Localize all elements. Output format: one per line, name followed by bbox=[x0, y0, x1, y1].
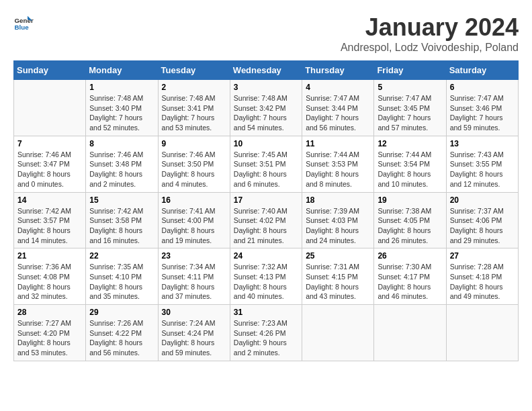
day-info: Sunrise: 7:32 AMSunset: 4:13 PMDaylight:… bbox=[234, 262, 298, 302]
calendar-week-0: 1 Sunrise: 7:48 AMSunset: 3:40 PMDayligh… bbox=[14, 80, 519, 136]
day-info: Sunrise: 7:44 AMSunset: 3:54 PMDaylight:… bbox=[378, 150, 442, 189]
day-number: 8 bbox=[89, 139, 154, 148]
day-number: 4 bbox=[306, 83, 370, 92]
day-number: 6 bbox=[450, 83, 515, 92]
header-friday: Friday bbox=[374, 61, 446, 80]
day-number: 21 bbox=[17, 251, 82, 261]
calendar-cell: 8 Sunrise: 7:46 AMSunset: 3:48 PMDayligh… bbox=[86, 136, 158, 192]
calendar-cell: 15 Sunrise: 7:42 AMSunset: 3:58 PMDaylig… bbox=[86, 192, 158, 248]
calendar-cell: 1 Sunrise: 7:48 AMSunset: 3:40 PMDayligh… bbox=[86, 80, 158, 136]
calendar-cell: 31 Sunrise: 7:23 AMSunset: 4:26 PMDaylig… bbox=[230, 305, 302, 361]
header-saturday: Saturday bbox=[446, 61, 518, 80]
day-info: Sunrise: 7:35 AMSunset: 4:10 PMDaylight:… bbox=[89, 262, 154, 302]
day-info: Sunrise: 7:46 AMSunset: 3:47 PMDaylight:… bbox=[17, 150, 82, 189]
day-number: 18 bbox=[306, 195, 370, 205]
calendar-table: SundayMondayTuesdayWednesdayThursdayFrid… bbox=[13, 60, 519, 361]
calendar-week-1: 7 Sunrise: 7:46 AMSunset: 3:47 PMDayligh… bbox=[14, 136, 519, 192]
calendar-cell bbox=[446, 305, 518, 361]
day-number: 22 bbox=[89, 251, 154, 261]
calendar-cell bbox=[302, 305, 374, 361]
calendar-cell bbox=[374, 305, 446, 361]
day-info: Sunrise: 7:31 AMSunset: 4:15 PMDaylight:… bbox=[306, 262, 370, 302]
calendar-cell: 9 Sunrise: 7:46 AMSunset: 3:50 PMDayligh… bbox=[158, 136, 230, 192]
calendar-cell: 7 Sunrise: 7:46 AMSunset: 3:47 PMDayligh… bbox=[14, 136, 86, 192]
day-number: 19 bbox=[378, 195, 442, 205]
logo-icon: General Blue bbox=[13, 13, 34, 34]
day-info: Sunrise: 7:39 AMSunset: 4:03 PMDaylight:… bbox=[306, 206, 370, 246]
title-section: January 2024 Andrespol, Lodz Voivodeship… bbox=[341, 13, 519, 54]
calendar-cell: 5 Sunrise: 7:47 AMSunset: 3:45 PMDayligh… bbox=[374, 80, 446, 136]
day-info: Sunrise: 7:40 AMSunset: 4:02 PMDaylight:… bbox=[234, 206, 298, 246]
header-wednesday: Wednesday bbox=[230, 61, 302, 80]
day-info: Sunrise: 7:42 AMSunset: 3:57 PMDaylight:… bbox=[17, 206, 82, 246]
day-info: Sunrise: 7:47 AMSunset: 3:46 PMDaylight:… bbox=[450, 93, 515, 133]
calendar-cell: 6 Sunrise: 7:47 AMSunset: 3:46 PMDayligh… bbox=[446, 80, 518, 136]
day-number: 13 bbox=[450, 139, 515, 148]
day-info: Sunrise: 7:36 AMSunset: 4:08 PMDaylight:… bbox=[17, 262, 82, 302]
day-number: 7 bbox=[17, 139, 82, 148]
calendar-title: January 2024 bbox=[341, 13, 519, 42]
day-info: Sunrise: 7:43 AMSunset: 3:55 PMDaylight:… bbox=[450, 150, 515, 189]
day-number: 2 bbox=[162, 83, 226, 92]
calendar-subtitle: Andrespol, Lodz Voivodeship, Poland bbox=[341, 42, 519, 54]
day-number: 23 bbox=[162, 251, 226, 261]
day-number: 12 bbox=[378, 139, 442, 148]
calendar-week-4: 28 Sunrise: 7:27 AMSunset: 4:20 PMDaylig… bbox=[14, 305, 519, 361]
day-info: Sunrise: 7:47 AMSunset: 3:44 PMDaylight:… bbox=[306, 93, 370, 133]
calendar-cell: 3 Sunrise: 7:48 AMSunset: 3:42 PMDayligh… bbox=[230, 80, 302, 136]
day-info: Sunrise: 7:46 AMSunset: 3:50 PMDaylight:… bbox=[162, 150, 226, 189]
calendar-cell: 27 Sunrise: 7:28 AMSunset: 4:18 PMDaylig… bbox=[446, 248, 518, 305]
day-info: Sunrise: 7:48 AMSunset: 3:42 PMDaylight:… bbox=[234, 93, 298, 133]
day-number: 17 bbox=[234, 195, 298, 205]
calendar-cell: 13 Sunrise: 7:43 AMSunset: 3:55 PMDaylig… bbox=[446, 136, 518, 192]
calendar-header-row: SundayMondayTuesdayWednesdayThursdayFrid… bbox=[14, 61, 519, 80]
calendar-cell bbox=[14, 80, 86, 136]
day-info: Sunrise: 7:24 AMSunset: 4:24 PMDaylight:… bbox=[162, 318, 226, 358]
calendar-cell: 30 Sunrise: 7:24 AMSunset: 4:24 PMDaylig… bbox=[158, 305, 230, 361]
calendar-cell: 19 Sunrise: 7:38 AMSunset: 4:05 PMDaylig… bbox=[374, 192, 446, 248]
calendar-cell: 11 Sunrise: 7:44 AMSunset: 3:53 PMDaylig… bbox=[302, 136, 374, 192]
day-number: 28 bbox=[17, 308, 82, 317]
day-number: 9 bbox=[162, 139, 226, 148]
header-monday: Monday bbox=[86, 61, 158, 80]
day-info: Sunrise: 7:46 AMSunset: 3:48 PMDaylight:… bbox=[89, 150, 154, 189]
day-number: 14 bbox=[17, 195, 82, 205]
calendar-cell: 22 Sunrise: 7:35 AMSunset: 4:10 PMDaylig… bbox=[86, 248, 158, 305]
day-info: Sunrise: 7:48 AMSunset: 3:41 PMDaylight:… bbox=[162, 93, 226, 133]
calendar-cell: 10 Sunrise: 7:45 AMSunset: 3:51 PMDaylig… bbox=[230, 136, 302, 192]
day-number: 11 bbox=[306, 139, 370, 148]
day-number: 15 bbox=[89, 195, 154, 205]
calendar-cell: 4 Sunrise: 7:47 AMSunset: 3:44 PMDayligh… bbox=[302, 80, 374, 136]
logo: General Blue bbox=[13, 13, 34, 34]
calendar-cell: 24 Sunrise: 7:32 AMSunset: 4:13 PMDaylig… bbox=[230, 248, 302, 305]
calendar-body: 1 Sunrise: 7:48 AMSunset: 3:40 PMDayligh… bbox=[14, 80, 519, 361]
calendar-week-3: 21 Sunrise: 7:36 AMSunset: 4:08 PMDaylig… bbox=[14, 248, 519, 305]
day-info: Sunrise: 7:38 AMSunset: 4:05 PMDaylight:… bbox=[378, 206, 442, 246]
day-number: 5 bbox=[378, 83, 442, 92]
day-number: 29 bbox=[89, 308, 154, 317]
svg-text:Blue: Blue bbox=[15, 24, 30, 31]
day-number: 31 bbox=[234, 308, 298, 317]
calendar-cell: 18 Sunrise: 7:39 AMSunset: 4:03 PMDaylig… bbox=[302, 192, 374, 248]
header-thursday: Thursday bbox=[302, 61, 374, 80]
calendar-cell: 21 Sunrise: 7:36 AMSunset: 4:08 PMDaylig… bbox=[14, 248, 86, 305]
day-number: 27 bbox=[450, 251, 515, 261]
header-tuesday: Tuesday bbox=[158, 61, 230, 80]
calendar-cell: 16 Sunrise: 7:41 AMSunset: 4:00 PMDaylig… bbox=[158, 192, 230, 248]
day-info: Sunrise: 7:47 AMSunset: 3:45 PMDaylight:… bbox=[378, 93, 442, 133]
day-info: Sunrise: 7:42 AMSunset: 3:58 PMDaylight:… bbox=[89, 206, 154, 246]
day-number: 10 bbox=[234, 139, 298, 148]
day-number: 1 bbox=[89, 83, 154, 92]
calendar-cell: 12 Sunrise: 7:44 AMSunset: 3:54 PMDaylig… bbox=[374, 136, 446, 192]
calendar-cell: 2 Sunrise: 7:48 AMSunset: 3:41 PMDayligh… bbox=[158, 80, 230, 136]
day-info: Sunrise: 7:34 AMSunset: 4:11 PMDaylight:… bbox=[162, 262, 226, 302]
day-number: 20 bbox=[450, 195, 515, 205]
calendar-cell: 28 Sunrise: 7:27 AMSunset: 4:20 PMDaylig… bbox=[14, 305, 86, 361]
day-number: 16 bbox=[162, 195, 226, 205]
calendar-week-2: 14 Sunrise: 7:42 AMSunset: 3:57 PMDaylig… bbox=[14, 192, 519, 248]
page-header: General Blue January 2024 Andrespol, Lod… bbox=[13, 13, 519, 54]
day-info: Sunrise: 7:45 AMSunset: 3:51 PMDaylight:… bbox=[234, 150, 298, 189]
header-sunday: Sunday bbox=[14, 61, 86, 80]
calendar-cell: 20 Sunrise: 7:37 AMSunset: 4:06 PMDaylig… bbox=[446, 192, 518, 248]
day-info: Sunrise: 7:28 AMSunset: 4:18 PMDaylight:… bbox=[450, 262, 515, 302]
